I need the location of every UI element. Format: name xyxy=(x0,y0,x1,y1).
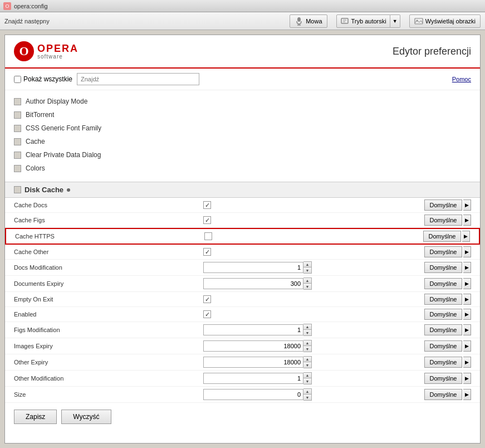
category-checkbox-colors[interactable] xyxy=(14,165,21,172)
label-docs-modification: Docs Modification xyxy=(14,264,203,271)
arrow-cache-figs[interactable]: ▶ xyxy=(463,215,471,226)
category-checkbox-clear-private[interactable] xyxy=(14,152,21,159)
category-checkbox-cache[interactable] xyxy=(14,138,21,145)
default-btn-cache-other[interactable]: Domyślne xyxy=(424,246,462,257)
tryb-autorski-dropdown[interactable]: Tryb autorski ▼ xyxy=(336,14,400,28)
control-documents-expiry: ▲ ▼ xyxy=(203,277,424,290)
spinner-down-docs-mod[interactable]: ▼ xyxy=(303,267,311,273)
number-container-docs-expiry: ▲ ▼ xyxy=(203,277,312,290)
disk-cache-checkbox[interactable] xyxy=(14,186,21,193)
spinner-up-figs-mod[interactable]: ▲ xyxy=(303,324,311,330)
category-colors[interactable]: Colors xyxy=(14,162,471,175)
spinner-down-images-expiry[interactable]: ▼ xyxy=(303,346,311,352)
wyswietlaj-obrazki-button[interactable]: Wyświetlaj obrazki xyxy=(409,14,481,28)
arrow-cache-other[interactable]: ▶ xyxy=(463,246,471,257)
arrow-documents-expiry[interactable]: ▶ xyxy=(463,278,471,289)
default-btn-docs-modification[interactable]: Domyślne xyxy=(424,262,462,273)
category-css-generic[interactable]: CSS Generic Font Family xyxy=(14,121,471,135)
show-all-checkbox-container[interactable]: Pokaż wszystkie xyxy=(14,75,72,83)
spinner-down-other-mod[interactable]: ▼ xyxy=(303,378,311,384)
bottom-buttons: Zapisz Wyczyść xyxy=(5,403,480,431)
default-btn-cache-docs[interactable]: Domyślne xyxy=(424,199,462,211)
arrow-size[interactable]: ▶ xyxy=(463,389,471,400)
arrow-other-expiry[interactable]: ▶ xyxy=(463,357,471,368)
arrow-cache-https[interactable]: ▶ xyxy=(462,231,470,242)
checkbox-empty-on-exit[interactable] xyxy=(203,295,211,303)
row-cache-docs: Cache Docs Domyślne ▶ xyxy=(5,198,480,213)
spinner-up-images-expiry[interactable]: ▲ xyxy=(303,340,311,346)
spinner-docs-modification: ▲ ▼ xyxy=(303,261,312,274)
input-documents-expiry[interactable] xyxy=(203,278,303,289)
default-btn-size[interactable]: Domyślne xyxy=(424,389,462,400)
spinner-up-docs-mod[interactable]: ▲ xyxy=(303,262,311,267)
checkbox-cache-https[interactable] xyxy=(204,232,212,240)
control-cache-docs xyxy=(203,201,424,209)
arrow-empty-on-exit[interactable]: ▶ xyxy=(463,294,471,305)
control-images-expiry: ▲ ▼ xyxy=(203,340,424,352)
tryb-autorski-arrow[interactable]: ▼ xyxy=(390,14,400,28)
control-cache-https xyxy=(204,232,423,240)
spinner-up-size[interactable]: ▲ xyxy=(303,389,311,395)
default-btn-other-expiry[interactable]: Domyślne xyxy=(424,357,462,368)
category-bittorrent[interactable]: BitTorrent xyxy=(14,108,471,121)
spinner-up-other-expiry[interactable]: ▲ xyxy=(303,357,311,362)
category-checkbox-css[interactable] xyxy=(14,125,21,132)
find-next-label[interactable]: Znajdź następny xyxy=(4,18,50,25)
arrow-figs-modification[interactable]: ▶ xyxy=(463,324,471,335)
default-btn-documents-expiry[interactable]: Domyślne xyxy=(424,278,462,289)
search-input[interactable] xyxy=(77,73,199,85)
category-checkbox-bittorrent[interactable] xyxy=(14,111,21,119)
arrow-cache-docs[interactable]: ▶ xyxy=(463,199,471,211)
default-btn-cache-figs[interactable]: Domyślne xyxy=(424,215,462,226)
label-empty-on-exit: Empty On Exit xyxy=(14,296,203,303)
input-figs-modification[interactable] xyxy=(203,324,303,335)
input-other-expiry[interactable] xyxy=(203,357,303,368)
mowa-button[interactable]: Mowa xyxy=(290,14,327,28)
spinner-down-other-expiry[interactable]: ▼ xyxy=(303,362,311,368)
arrow-other-modification[interactable]: ▶ xyxy=(463,373,471,384)
category-cache[interactable]: Cache xyxy=(14,135,471,148)
spinner-up-other-mod[interactable]: ▲ xyxy=(303,373,311,378)
checkbox-enabled[interactable] xyxy=(203,310,211,318)
default-btn-empty-on-exit[interactable]: Domyślne xyxy=(424,294,462,305)
actions-images-expiry: Domyślne ▶ xyxy=(424,340,471,352)
spinner-documents-expiry: ▲ ▼ xyxy=(303,277,312,290)
arrow-docs-modification[interactable]: ▶ xyxy=(463,262,471,273)
spinner-down-size[interactable]: ▼ xyxy=(303,395,311,400)
input-docs-modification[interactable] xyxy=(203,262,303,273)
spinner-down-figs-mod[interactable]: ▼ xyxy=(303,330,311,335)
save-button[interactable]: Zapisz xyxy=(14,410,57,424)
spinner-down-docs-expiry[interactable]: ▼ xyxy=(303,284,311,289)
category-label-colors: Colors xyxy=(26,164,45,172)
default-btn-cache-https[interactable]: Domyślne xyxy=(423,231,461,242)
category-label-author: Author Display Mode xyxy=(26,98,87,105)
default-btn-figs-modification[interactable]: Domyślne xyxy=(424,324,462,335)
input-other-modification[interactable] xyxy=(203,373,303,384)
category-checkbox-author[interactable] xyxy=(14,98,21,105)
checkbox-cache-figs[interactable] xyxy=(203,216,211,224)
category-clear-private[interactable]: Clear Private Data Dialog xyxy=(14,148,471,162)
default-btn-images-expiry[interactable]: Domyślne xyxy=(424,340,462,352)
label-cache-figs: Cache Figs xyxy=(14,217,203,223)
disk-cache-section-header: Disk Cache xyxy=(5,182,480,198)
spinner-up-docs-expiry[interactable]: ▲ xyxy=(303,278,311,284)
label-size: Size xyxy=(14,391,203,398)
input-size[interactable] xyxy=(203,389,303,400)
spinner-other-modification: ▲ ▼ xyxy=(303,372,312,384)
row-size: Size ▲ ▼ Domyślne ▶ xyxy=(5,387,480,403)
input-images-expiry[interactable] xyxy=(203,340,303,352)
show-all-checkbox[interactable] xyxy=(14,76,21,83)
row-enabled: Enabled Domyślne ▶ xyxy=(5,307,480,322)
checkbox-cache-other[interactable] xyxy=(203,248,211,256)
default-btn-enabled[interactable]: Domyślne xyxy=(424,309,462,320)
help-link[interactable]: Pomoc xyxy=(452,76,471,82)
tryb-autorski-button[interactable]: Tryb autorski xyxy=(336,14,390,28)
arrow-images-expiry[interactable]: ▶ xyxy=(463,340,471,352)
mowa-label: Mowa xyxy=(306,18,322,25)
category-author-display-mode[interactable]: Author Display Mode xyxy=(14,95,471,108)
default-btn-other-modification[interactable]: Domyślne xyxy=(424,373,462,384)
checkbox-cache-docs[interactable] xyxy=(203,201,211,209)
control-other-expiry: ▲ ▼ xyxy=(203,356,424,368)
clear-button[interactable]: Wyczyść xyxy=(61,410,111,424)
arrow-enabled[interactable]: ▶ xyxy=(463,309,471,320)
